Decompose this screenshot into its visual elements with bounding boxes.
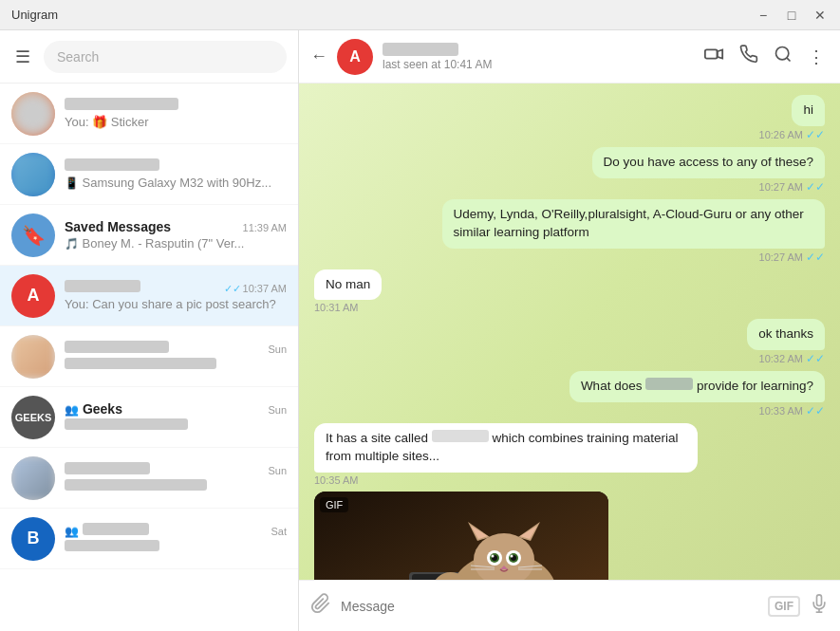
chat-info: You: 🎁 Sticker: [65, 98, 287, 129]
message-input[interactable]: [341, 588, 758, 624]
chat-item[interactable]: Sun: [0, 448, 298, 509]
gif-label: GIF: [320, 497, 348, 512]
messages-list: hi 10:26 AM ✓✓ Do you have access to any…: [299, 84, 840, 580]
avatar: GEEKS: [11, 396, 55, 439]
chat-preview: 📱 Samsung Galaxy M32 with 90Hz...: [65, 176, 287, 190]
chat-name: Saved Messages: [65, 219, 171, 234]
chat-name: [65, 98, 178, 113]
close-button[interactable]: ✕: [808, 6, 832, 25]
maximize-button[interactable]: □: [779, 6, 804, 25]
chat-item[interactable]: Sun: [0, 326, 298, 387]
call-icon[interactable]: [736, 41, 762, 72]
read-receipt: ✓✓: [806, 128, 825, 141]
back-button[interactable]: ←: [310, 46, 327, 66]
chat-info: Saved Messages 11:39 AM 🎵 Boney M. - Ras…: [65, 219, 287, 251]
main-layout: ☰ Search You: 🎁 Sticker: [0, 30, 840, 631]
chat-time: Sun: [268, 404, 287, 416]
avatar: [11, 153, 55, 196]
message-item: hi 10:26 AM ✓✓: [759, 95, 825, 141]
chat-preview: [65, 540, 287, 554]
chat-time: 11:39 AM: [243, 222, 287, 233]
search-icon[interactable]: [770, 41, 796, 72]
svg-point-21: [492, 555, 495, 558]
chat-info: 📱 Samsung Galaxy M32 with 90Hz...: [65, 158, 287, 190]
svg-rect-5: [314, 492, 608, 580]
message-meta: 10:31 AM: [314, 302, 358, 313]
header-actions: ⋮: [700, 40, 829, 73]
avatar: [11, 92, 55, 136]
chat-preview: You: Can you share a pic post search?: [65, 297, 287, 311]
svg-point-2: [776, 47, 789, 60]
gif-media: GIF: [314, 492, 608, 580]
attach-button[interactable]: [310, 593, 331, 619]
avatar: B: [11, 517, 55, 561]
menu-button[interactable]: ☰: [11, 43, 34, 71]
chat-item-b[interactable]: B 👥 Sat: [0, 509, 298, 569]
message-item: Udemy, Lynda, O'Reilly,pluralsight, A-Cl…: [442, 199, 826, 264]
chat-name: [65, 341, 169, 356]
avatar: [11, 456, 55, 500]
svg-marker-1: [718, 49, 723, 58]
chat-preview: [65, 479, 287, 493]
message-bubble: What does provide for learning?: [569, 371, 825, 402]
search-input[interactable]: Search: [44, 41, 287, 73]
mic-button[interactable]: [810, 594, 829, 618]
message-item: What does provide for learning? 10:33 AM…: [569, 371, 825, 418]
sidebar-header: ☰ Search: [0, 30, 298, 84]
chat-item[interactable]: You: 🎁 Sticker: [0, 84, 298, 144]
chat-info: Sun: [65, 341, 287, 372]
message-bubble: No man: [314, 269, 382, 301]
minimize-button[interactable]: −: [751, 6, 775, 25]
read-receipt: ✓✓: [806, 404, 825, 418]
more-options-icon[interactable]: ⋮: [804, 43, 829, 71]
message-item: No man 10:31 AM: [314, 269, 382, 314]
message-bubble: hi: [792, 95, 825, 126]
chat-name: [65, 158, 159, 174]
chat-name: [65, 462, 150, 477]
chat-preview: [65, 358, 287, 372]
message-meta: 10:35 AM: [314, 474, 358, 486]
chat-time: Sun: [268, 343, 287, 355]
app-title: Unigram: [11, 8, 58, 22]
message-bubble: Udemy, Lynda, O'Reilly,pluralsight, A-Cl…: [442, 199, 826, 249]
message-meta: 10:33 AM ✓✓: [759, 404, 825, 418]
chat-info: ✓✓10:37 AM You: Can you share a pic post…: [65, 280, 287, 311]
chat-preview: [65, 418, 287, 433]
chat-item-active[interactable]: A ✓✓10:37 AM You: Can you share a pic po…: [0, 266, 298, 326]
chat-preview: 🎵 Boney M. - Rasputin (7" Ver...: [65, 236, 287, 251]
message-meta: 10:32 AM ✓✓: [759, 352, 825, 365]
chat-preview: You: 🎁 Sticker: [65, 115, 287, 129]
contact-avatar: A: [337, 39, 373, 75]
contact-info: last seen at 10:41 AM: [383, 43, 690, 71]
chat-name: 👥: [65, 523, 149, 538]
chat-time: ✓✓10:37 AM: [224, 283, 287, 295]
svg-point-22: [511, 555, 513, 558]
read-receipt: ✓✓: [806, 180, 825, 194]
read-receipt: ✓✓: [806, 352, 825, 365]
chat-item-geeks[interactable]: GEEKS 👥 Geeks Sun: [0, 387, 298, 448]
read-receipt: ✓✓: [806, 251, 825, 264]
titlebar: Unigram − □ ✕: [0, 0, 840, 30]
chat-item-saved[interactable]: 🔖 Saved Messages 11:39 AM 🎵 Boney M. - R…: [0, 205, 298, 266]
window-controls: − □ ✕: [751, 6, 832, 25]
message-item-gif: GIF: [314, 492, 608, 580]
avatar: 🔖: [11, 213, 55, 257]
sidebar: ☰ Search You: 🎁 Sticker: [0, 30, 299, 631]
chat-header: ← A last seen at 10:41 AM ⋮: [299, 30, 840, 84]
message-item: ok thanks 10:32 AM ✓✓: [747, 319, 825, 365]
message-bubble: It has a site called which combines trai…: [314, 423, 698, 473]
chat-info: Sun: [65, 462, 287, 493]
message-input-area: GIF: [299, 580, 840, 631]
message-item: It has a site called which combines trai…: [314, 423, 698, 486]
video-call-icon[interactable]: [700, 40, 728, 73]
contact-name: [383, 43, 690, 58]
chat-item[interactable]: 📱 Samsung Galaxy M32 with 90Hz...: [0, 144, 298, 205]
message-meta: 10:26 AM ✓✓: [759, 128, 825, 141]
chat-time: Sun: [268, 465, 287, 476]
chat-name: 👥 Geeks: [65, 401, 122, 417]
gif-button[interactable]: GIF: [768, 596, 800, 617]
message-item: Do you have access to any of these? 10:2…: [592, 147, 825, 194]
chat-name: [65, 280, 140, 295]
avatar: A: [11, 274, 55, 318]
message-meta: 10:27 AM ✓✓: [759, 180, 825, 194]
